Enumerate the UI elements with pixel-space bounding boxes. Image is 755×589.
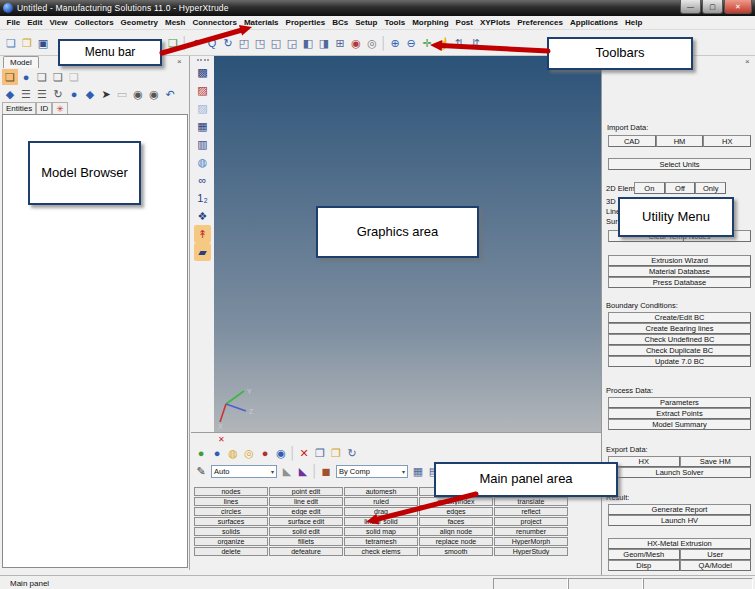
- browser-edit-icon[interactable]: ❏: [50, 69, 66, 85]
- color-mode-select[interactable]: By Comp ▾: [336, 465, 408, 478]
- view-xz-icon[interactable]: ◱: [268, 35, 284, 51]
- mask-pyramid-purple-icon[interactable]: ◣: [295, 463, 311, 479]
- entity-mode-select[interactable]: Auto ▾: [211, 465, 277, 478]
- panel-button[interactable]: organize: [194, 537, 268, 546]
- browser-delete-icon[interactable]: ❏: [34, 69, 50, 85]
- menu-item[interactable]: Connectors: [189, 17, 240, 28]
- bc-button[interactable]: Check Undefined BC: [608, 334, 751, 345]
- expand-list-icon[interactable]: ☰: [18, 86, 34, 102]
- mask-pyramid-icon[interactable]: ◣: [279, 463, 295, 479]
- undo-icon[interactable]: ↶: [188, 35, 204, 51]
- panel-strip-close-icon[interactable]: ✕: [218, 435, 225, 444]
- menu-item[interactable]: Edit: [24, 17, 46, 28]
- browser-new-icon[interactable]: ❏: [2, 69, 18, 85]
- entity-cube-icon[interactable]: ◆: [2, 86, 18, 102]
- refresh-browser-icon[interactable]: ↻: [50, 86, 66, 102]
- process-button[interactable]: Model Summary: [608, 419, 751, 430]
- find-icon[interactable]: ∞: [194, 171, 211, 189]
- panel-button[interactable]: lines: [194, 497, 268, 506]
- process-button[interactable]: Extract Points: [608, 408, 751, 419]
- browser-component-icon[interactable]: ●: [18, 69, 34, 85]
- spherical-clip-icon[interactable]: ◍: [194, 153, 211, 171]
- bc-button[interactable]: Create Bearing lines: [608, 323, 751, 334]
- bc-button[interactable]: Create/Edit BC: [608, 312, 751, 323]
- refresh-icon[interactable]: ↻: [220, 35, 236, 51]
- hx-metal-extrusion-button[interactable]: HX-Metal Extrusion: [608, 538, 751, 549]
- tab-model[interactable]: Model: [3, 56, 39, 68]
- pan-hand-icon[interactable]: ☝: [435, 35, 451, 51]
- panel-button[interactable]: fillets: [269, 537, 343, 546]
- panel-button[interactable]: surface edit: [269, 517, 343, 526]
- panel-button[interactable]: nodes: [194, 487, 268, 496]
- menu-item[interactable]: Geometry: [117, 17, 161, 28]
- shade-cube-icon[interactable]: ◼: [318, 463, 334, 479]
- panel-button[interactable]: faces: [419, 517, 493, 526]
- spin-icon[interactable]: ◉: [348, 35, 364, 51]
- panel-button[interactable]: solid edit: [269, 527, 343, 536]
- menu-item[interactable]: Tools: [381, 17, 409, 28]
- bc-button[interactable]: Update 7.0 BC: [608, 356, 751, 367]
- create-blue-icon[interactable]: ●: [209, 445, 225, 461]
- hx-mode-button[interactable]: QA/Model: [680, 560, 752, 571]
- menu-item[interactable]: Collectors: [71, 17, 117, 28]
- organize-pages-icon[interactable]: ❐: [328, 445, 344, 461]
- panel-button[interactable]: renumber: [494, 527, 568, 536]
- menu-item[interactable]: View: [46, 17, 71, 28]
- panel-button[interactable]: point edit: [269, 487, 343, 496]
- collector-icon[interactable]: ◍: [225, 445, 241, 461]
- unmask-all-icon[interactable]: ▨: [194, 99, 211, 117]
- view-yz-icon[interactable]: ◧: [300, 35, 316, 51]
- select-units-button[interactable]: Select Units: [608, 158, 751, 170]
- component-cube-icon[interactable]: ◆: [82, 86, 98, 102]
- mesh-shaded-icon[interactable]: ▦: [410, 463, 426, 479]
- launch-solver-button[interactable]: Launch Solver: [608, 467, 751, 478]
- view-xy-icon[interactable]: ◰: [236, 35, 252, 51]
- mask-icon[interactable]: ▩: [194, 63, 211, 81]
- panel-button[interactable]: line edit: [269, 497, 343, 506]
- card-pages-icon[interactable]: ❐: [312, 445, 328, 461]
- dynamic-rotate-icon[interactable]: ◎: [364, 35, 380, 51]
- panel-button[interactable]: automesh: [344, 487, 418, 496]
- elements-icon[interactable]: ▦: [194, 117, 211, 135]
- view-yx-icon[interactable]: ◳: [252, 35, 268, 51]
- elems-toggle-button[interactable]: Off: [665, 182, 696, 194]
- panel-button[interactable]: replace node: [419, 537, 493, 546]
- menu-item[interactable]: Mesh: [161, 17, 188, 28]
- panel-button[interactable]: solid map: [344, 527, 418, 536]
- panel-button[interactable]: tetramesh: [344, 537, 418, 546]
- view-zx-icon[interactable]: ◲: [284, 35, 300, 51]
- elems-toggle-button[interactable]: Only: [695, 182, 726, 194]
- import-icon[interactable]: ❏: [165, 35, 181, 51]
- pencil-icon[interactable]: ✎: [193, 463, 209, 479]
- shrink-patch-icon[interactable]: ▰: [194, 243, 211, 261]
- open-folder-icon[interactable]: ❐: [19, 35, 35, 51]
- hx-mode-button[interactable]: User: [680, 549, 752, 560]
- wireframe-icon[interactable]: ▥: [194, 135, 211, 153]
- box-disabled-icon[interactable]: ▭: [114, 86, 130, 102]
- zoom-out-icon[interactable]: ⊖: [403, 35, 419, 51]
- unmask-icon[interactable]: ▨: [194, 81, 211, 99]
- numbers-icon[interactable]: 1₂: [194, 189, 211, 207]
- view-zy-icon[interactable]: ◨: [316, 35, 332, 51]
- database-button[interactable]: Press Database: [608, 277, 751, 288]
- zoom-previous-icon[interactable]: Q: [204, 35, 220, 51]
- pointer-icon[interactable]: ➤: [98, 86, 114, 102]
- panel-button[interactable]: reflect: [494, 507, 568, 516]
- panel-button[interactable]: defeature: [269, 547, 343, 556]
- undo-browser-icon[interactable]: ↶: [162, 86, 178, 102]
- label-diamond-icon[interactable]: ❖: [194, 207, 211, 225]
- process-button[interactable]: Parameters: [608, 397, 751, 408]
- menu-item[interactable]: Preferences: [514, 17, 567, 28]
- collector-edit-icon[interactable]: ◎: [241, 445, 257, 461]
- delete-icon[interactable]: ✕: [296, 445, 312, 461]
- panel-button[interactable]: align node: [419, 527, 493, 536]
- panel-button[interactable]: project: [494, 517, 568, 526]
- database-button[interactable]: Extrusion Wizard: [608, 255, 751, 266]
- panel-button[interactable]: surfaces: [194, 517, 268, 526]
- maximize-button[interactable]: ▢: [702, 0, 723, 14]
- save-icon[interactable]: ▣: [35, 35, 51, 51]
- panel-button[interactable]: drag: [344, 507, 418, 516]
- elems-toggle-button[interactable]: On: [634, 182, 665, 194]
- result-button[interactable]: Generate Report: [608, 504, 751, 515]
- panel-button[interactable]: translate: [494, 497, 568, 506]
